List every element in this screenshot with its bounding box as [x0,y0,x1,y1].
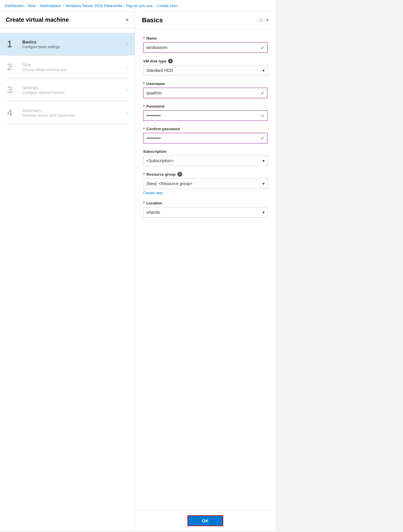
resource-group-required-star: * [143,172,145,177]
breadcrumb-marketplace[interactable]: Marketplace [40,4,61,8]
vm-disk-group: VM disk type i Standard HDD Standard SSD… [143,59,267,76]
username-group: * Username ✓ [143,82,267,98]
username-label-text: Username [146,82,165,86]
location-label-text: Location [146,201,162,205]
ok-button[interactable]: OK [187,515,223,526]
password-input[interactable] [143,110,267,121]
password-input-wrapper: ✓ [143,110,267,121]
step-3-number: 3 [7,84,22,95]
breadcrumb-sep-1: › [25,4,26,8]
location-group: * Location orlando ▾ [143,201,267,218]
vm-disk-select-wrapper: Standard HDD Standard SSD Premium SSD ▾ [143,65,267,76]
password-group: * Password ✓ [143,104,267,121]
name-check-icon: ✓ [261,45,265,50]
subscription-select-wrapper: <Subscription> ▾ [143,155,267,166]
resource-group-select[interactable]: (New) <Resource group> [143,178,267,189]
step-3-name: Settings [22,85,126,90]
resource-group-info-icon[interactable]: i [177,172,182,177]
name-required-star: * [143,36,145,40]
step-1-number: 1 [7,39,22,50]
name-input-wrapper: ✓ [143,42,267,53]
password-label: * Password [143,104,267,109]
confirm-password-input[interactable] [143,133,267,143]
left-panel: Create virtual machine × 1 Basics Config… [0,12,135,531]
password-check-icon: ✓ [261,113,265,118]
subscription-group: Subscription <Subscription> ▾ [143,149,267,166]
subscription-label: Subscription [143,149,267,154]
breadcrumb-sep-3: › [63,4,64,8]
main-container: Create virtual machine × 1 Basics Config… [0,12,276,531]
resource-group-label-text: Resource group [146,172,176,177]
header-icons: □ × [260,18,269,23]
breadcrumb-create[interactable]: Create virtu... [157,4,180,8]
step-1-basics[interactable]: 1 Basics Configure basic settings › [0,33,135,55]
breadcrumb-product[interactable]: Windows Server 2016 Datacenter - Pay-as-… [65,4,153,8]
step-1-content: Basics Configure basic settings [22,39,126,49]
username-input-wrapper: ✓ [143,88,267,98]
breadcrumb: Dashboard › New › Marketplace › Windows … [0,0,276,12]
name-input[interactable] [143,42,267,53]
left-panel-header: Create virtual machine × [0,12,135,28]
location-label: * Location [143,201,267,205]
subscription-label-text: Subscription [143,149,166,154]
minimize-button[interactable]: □ [260,18,263,23]
location-select-wrapper: orlando ▾ [143,207,267,218]
step-4-chevron: › [126,110,128,116]
location-select[interactable]: orlando [143,207,267,218]
right-panel-title: Basics [142,16,163,24]
step-2-desc: Choose virtual machine size [22,68,126,72]
breadcrumb-sep-4: › [154,4,155,8]
left-panel-title: Create virtual machine [6,16,69,23]
name-label: * Name [143,36,267,40]
breadcrumb-dashboard[interactable]: Dashboard [5,4,23,8]
name-group: * Name ✓ [143,36,267,53]
confirm-password-label-text: Confirm password [146,127,180,131]
right-panel-header: Basics □ × [135,12,276,29]
resource-group-group: * Resource group i (New) <Resource group… [143,172,267,195]
vm-disk-label-text: VM disk type [143,59,166,63]
step-2-size[interactable]: 2 Size Choose virtual machine size › [0,56,135,78]
confirm-password-check-icon: ✓ [261,135,265,141]
location-required-star: * [143,201,145,205]
form-container: * Name ✓ VM disk type i Standard HDD S [135,29,276,510]
step-2-name: Size [22,62,126,67]
step-2-chevron: › [126,65,128,70]
step-1-chevron: › [126,42,128,47]
vm-disk-select[interactable]: Standard HDD Standard SSD Premium SSD [143,65,267,76]
password-label-text: Password [146,104,164,109]
vm-disk-label: VM disk type i [143,59,267,63]
right-panel: Basics □ × * Name ✓ VM dis [135,12,276,531]
step-3-desc: Configure optional features [22,91,126,95]
username-check-icon: ✓ [261,90,265,96]
confirm-password-label: * Confirm password [143,127,267,131]
confirm-password-required-star: * [143,127,145,131]
step-4-desc: Windows Server 2016 Datacenter ... [22,113,126,118]
password-required-star: * [143,104,145,109]
step-3-settings[interactable]: 3 Settings Configure optional features › [0,79,135,101]
vm-disk-info-icon[interactable]: i [168,59,173,63]
left-panel-close-button[interactable]: × [126,17,129,23]
username-required-star: * [143,82,145,86]
create-new-link[interactable]: Create new [143,191,162,195]
step-4-number: 4 [7,107,22,118]
username-label: * Username [143,82,267,86]
step-4-name: Summary [22,108,126,113]
step-1-name: Basics [22,39,126,44]
step-4-content: Summary Windows Server 2016 Datacenter .… [22,108,126,118]
step-4-summary[interactable]: 4 Summary Windows Server 2016 Datacenter… [0,101,135,124]
step-2-content: Size Choose virtual machine size [22,62,126,72]
right-panel-close-button[interactable]: × [266,18,269,23]
step-3-content: Settings Configure optional features [22,85,126,95]
username-input[interactable] [143,88,267,98]
steps-container: 1 Basics Configure basic settings › 2 Si… [0,28,135,531]
step-1-desc: Configure basic settings [22,45,126,49]
confirm-password-input-wrapper: ✓ [143,133,267,143]
resource-group-label: * Resource group i [143,172,267,177]
breadcrumb-sep-2: › [37,4,38,8]
breadcrumb-new[interactable]: New [28,4,35,8]
bottom-bar: OK [135,510,276,531]
step-3-chevron: › [126,87,128,93]
subscription-select[interactable]: <Subscription> [143,155,267,166]
step-2-number: 2 [7,62,22,72]
resource-group-select-wrapper: (New) <Resource group> ▾ [143,178,267,189]
